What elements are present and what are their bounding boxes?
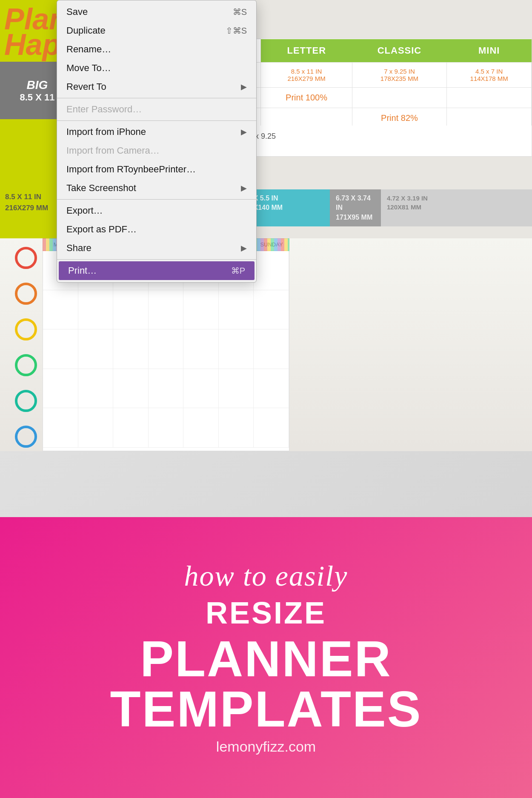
cal-cell <box>219 329 254 369</box>
col-header-mini: MINI <box>447 39 532 63</box>
menu-label-print: Print… <box>68 265 97 276</box>
menu-item-import-camera: Import from Camera… <box>57 141 256 160</box>
menu-item-screenshot[interactable]: Take Screenshot ▶ <box>57 179 256 197</box>
cal-cell <box>183 290 219 330</box>
cal-cell <box>254 251 289 290</box>
menu-label-moveto: Move To… <box>66 63 111 74</box>
menu-item-print[interactable]: Print… ⌘P <box>59 261 255 280</box>
menu-separator-4 <box>57 259 256 260</box>
cal-cell <box>78 408 114 448</box>
cal-cell <box>113 290 149 330</box>
cal-cell <box>149 369 184 409</box>
color-block-small: 4.72 X 3.19 IN120X81 MM <box>381 189 532 226</box>
mini-size: 4.5 x 7 IN114X178 MM <box>451 68 527 82</box>
cal-cell <box>219 290 254 330</box>
menu-item-password: Enter Password… <box>57 100 256 119</box>
menu-label-import-iphone: Import from iPhone <box>66 126 146 137</box>
menu-shortcut-save: ⌘S <box>233 7 247 17</box>
cal-cell <box>78 369 114 409</box>
menu-separator-2 <box>57 120 256 121</box>
cal-cell <box>219 369 254 409</box>
menu-item-share[interactable]: Share ▶ <box>57 239 256 257</box>
classic-mini-print <box>447 108 532 128</box>
bottom-banner: how to easily RESIZE PLANNER TEMPLATES l… <box>0 517 532 798</box>
letter-size: 8.5 x 11 IN216X279 MM <box>265 68 347 82</box>
cal-cell <box>219 408 254 448</box>
menu-item-import-iphone[interactable]: Import from iPhone ▶ <box>57 123 256 141</box>
bottom-title-how: how to easily <box>184 560 348 592</box>
size-mini: 4.5 x 7 IN114X178 MM <box>447 62 532 87</box>
ring-red <box>15 247 37 269</box>
menu-label-import-printer: Import from RToynbeePrinter… <box>66 164 196 175</box>
classic-size: 7 x 9.25 IN178X235 MM <box>357 68 443 82</box>
cal-cell <box>149 408 184 448</box>
classic-classic-print: Print 82% <box>352 108 447 128</box>
size-classic: 7 x 9.25 IN178X235 MM <box>352 62 447 87</box>
menu-label-import-camera: Import from Camera… <box>66 145 160 156</box>
big-classic-print <box>352 87 447 108</box>
bottom-title-templates: PLANNER TEMPLATES <box>0 634 532 734</box>
cal-cell <box>113 408 149 448</box>
ring-yellow <box>15 318 37 340</box>
big-mini-print <box>447 87 532 108</box>
color-block-gray: 6.73 X 3.74 IN171X95 MM <box>330 189 381 226</box>
cal-cell <box>113 369 149 409</box>
ring-green <box>15 354 37 376</box>
cal-cell <box>78 290 114 330</box>
cal-cell <box>78 329 114 369</box>
menu-shortcut-duplicate: ⇧⌘S <box>226 26 247 36</box>
classic-letter-print <box>261 108 352 128</box>
menu-item-export[interactable]: Export… <box>57 201 256 220</box>
bottom-url: lemonyfizz.com <box>216 738 316 755</box>
big-size-text: 8.5 X 11 <box>20 92 55 103</box>
menu-item-duplicate[interactable]: Duplicate ⇧⌘S <box>57 21 256 40</box>
menu-separator-3 <box>57 199 256 200</box>
col-header-letter: LETTER <box>261 39 352 63</box>
menu-label-export-pdf: Export as PDF… <box>66 224 137 235</box>
cal-cell <box>43 290 78 330</box>
ring-blue <box>15 426 37 448</box>
cal-cell <box>149 290 184 330</box>
menu-item-moveto[interactable]: Move To… <box>57 59 256 77</box>
menu-item-save[interactable]: Save ⌘S <box>57 3 256 21</box>
planner-rings <box>15 247 37 451</box>
ring-orange <box>15 283 37 305</box>
cal-cell <box>43 329 78 369</box>
menu-label-screenshot: Take Screenshot <box>66 183 136 194</box>
menu-item-revertto[interactable]: Revert To ▶ <box>57 77 256 96</box>
menu-label-revertto: Revert To <box>66 81 106 92</box>
yg-size-label: 8.5 X 11 IN216X279 MM <box>5 192 48 213</box>
menu-label-duplicate: Duplicate <box>66 25 106 36</box>
menu-label-export: Export… <box>66 205 103 216</box>
menu-item-import-printer[interactable]: Import from RToynbeePrinter… <box>57 160 256 179</box>
cal-cell <box>113 329 149 369</box>
menu-arrow-screenshot: ▶ <box>241 183 247 193</box>
menu-arrow-revertto: ▶ <box>241 82 247 92</box>
cal-cell <box>43 369 78 409</box>
menu-label-rename: Rename… <box>66 44 111 55</box>
big-label: BIG <box>27 78 48 92</box>
menu-arrow-share: ▶ <box>241 243 247 253</box>
cal-cell <box>183 329 219 369</box>
cal-cell <box>254 369 289 409</box>
menu-arrow-import-iphone: ▶ <box>241 127 247 137</box>
context-menu: Save ⌘S Duplicate ⇧⌘S Rename… Move To… R… <box>57 0 257 283</box>
cal-cell <box>254 408 289 448</box>
size-letter: 8.5 x 11 IN216X279 MM <box>261 62 352 87</box>
menu-item-export-pdf[interactable]: Export as PDF… <box>57 220 256 239</box>
menu-label-share: Share <box>66 243 92 254</box>
cal-cell <box>183 369 219 409</box>
cal-cell <box>254 290 289 330</box>
menu-label-password: Enter Password… <box>66 104 142 115</box>
ring-teal <box>15 390 37 412</box>
bottom-title-resize: RESIZE <box>206 595 326 630</box>
cal-cell <box>254 329 289 369</box>
cal-cell <box>149 329 184 369</box>
cal-cell <box>183 408 219 448</box>
cal-cell <box>43 408 78 448</box>
menu-label-save: Save <box>66 6 88 17</box>
menu-item-rename[interactable]: Rename… <box>57 40 256 59</box>
big-letter-print: Print 100% <box>261 87 352 108</box>
menu-separator-1 <box>57 98 256 98</box>
col-header-classic: CLASSIC <box>352 39 447 63</box>
